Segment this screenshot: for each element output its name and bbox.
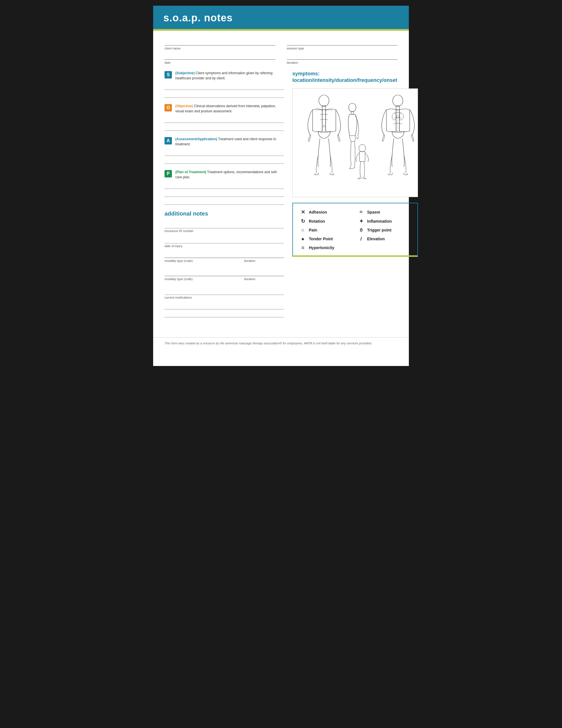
modality-right-1: duration — [244, 252, 284, 266]
modality-left-1: modality type (code) — [165, 252, 244, 266]
soap-a-keyword: (Assessment/Application) — [175, 137, 217, 141]
pain-symbol: ○ — [300, 227, 306, 233]
insurance-id-field: insurance ID number — [165, 222, 284, 233]
trigger-point-symbol: ϑ — [358, 227, 364, 233]
legend-box: ✕ Adhesion ≈ Spasm ↻ Rotation ✦ — [292, 203, 418, 257]
rotation-label: Rotation — [309, 219, 325, 224]
session-type-group: session type duration — [287, 39, 397, 68]
client-name-input[interactable] — [165, 39, 275, 45]
svg-rect-6 — [359, 152, 365, 162]
current-medications-input[interactable] — [165, 288, 284, 295]
date-of-injury-field: date of injury — [165, 237, 284, 248]
session-type-input[interactable] — [287, 39, 397, 45]
modality-row-1: modality type (code) duration — [165, 252, 284, 266]
modality-left-2: modality type (code) — [165, 270, 244, 284]
legend-hypertonicity: ≡ Hypertonicity — [300, 245, 352, 251]
modality-duration-input-2[interactable] — [244, 270, 284, 276]
modality-duration-input-1[interactable] — [244, 252, 284, 258]
modality-type-input-1[interactable] — [165, 252, 244, 258]
current-medications-field: current medications — [165, 288, 284, 299]
top-fields: client name date session type duration — [165, 39, 397, 68]
side-body-figure — [348, 103, 359, 169]
svg-point-5 — [359, 144, 366, 152]
soap-o-line-2[interactable] — [165, 125, 284, 131]
legend-pain: ○ Pain — [300, 227, 352, 233]
date-label: date — [165, 61, 275, 64]
soap-p-text: (Plan of Treatment) Treatment options, r… — [175, 169, 284, 180]
soap-s-line-1[interactable] — [165, 84, 284, 90]
legend-inflammation: ✦ Inflammation — [358, 218, 410, 224]
soap-s-line-2[interactable] — [165, 92, 284, 98]
hypertonicity-symbol: ≡ — [300, 245, 306, 251]
soap-a-lines — [165, 150, 284, 164]
soap-p-line-2[interactable] — [165, 191, 284, 197]
back-body-figure — [381, 95, 414, 175]
additional-notes-title: additional notes — [165, 210, 284, 217]
hypertonicity-label: Hypertonicity — [309, 245, 334, 250]
extra-line-2[interactable] — [165, 311, 284, 317]
legend-grid: ✕ Adhesion ≈ Spasm ↻ Rotation ✦ — [300, 209, 410, 251]
svg-point-2 — [323, 125, 325, 127]
extra-lines — [165, 303, 284, 317]
symptoms-heading-line1: symptoms: — [292, 71, 319, 76]
footer-text: This form was created as a resource by t… — [165, 342, 397, 345]
client-name-group: client name date — [165, 39, 275, 68]
left-column: S (Subjective) Client symptoms and infor… — [165, 71, 284, 323]
date-of-injury-input[interactable] — [165, 237, 284, 243]
rotation-symbol: ↻ — [300, 218, 306, 224]
inflammation-label: Inflammation — [367, 219, 392, 224]
legend-tender-point: ● Tender Point — [300, 236, 352, 242]
legend-spasm: ≈ Spasm — [358, 209, 410, 215]
inflammation-symbol: ✦ — [358, 218, 364, 224]
soap-s-badge: S — [165, 71, 172, 78]
soap-a-text: (Assessment/Application) Treatment used … — [175, 137, 284, 147]
legend-trigger-point: ϑ Trigger point — [358, 227, 410, 233]
duration-label: duration — [287, 61, 397, 64]
svg-point-7 — [393, 95, 403, 106]
soap-o-line-1[interactable] — [165, 117, 284, 123]
duration-input[interactable] — [287, 53, 397, 60]
trigger-point-label: Trigger point — [367, 228, 391, 232]
soap-o-badge: O — [165, 104, 172, 111]
elevation-label: Elevation — [367, 237, 385, 241]
svg-point-0 — [319, 95, 329, 106]
two-col-layout: S (Subjective) Client symptoms and infor… — [165, 71, 397, 323]
insurance-id-input[interactable] — [165, 222, 284, 228]
symptoms-heading-line2: location/intensity/duration/frequency/on… — [292, 77, 397, 83]
modality-row-2: modality type (code) duration — [165, 270, 284, 284]
modality-duration-label-2: duration — [244, 277, 284, 281]
soap-p-line-3[interactable] — [165, 198, 284, 205]
spasm-label: Spasm — [367, 210, 380, 214]
body-diagram — [292, 88, 418, 197]
footer: This form was created as a resource by t… — [153, 337, 409, 349]
session-type-label: session type — [287, 47, 397, 50]
soap-a-line-1[interactable] — [165, 150, 284, 156]
tender-point-symbol: ● — [300, 236, 306, 242]
legend-rotation: ↻ Rotation — [300, 218, 352, 224]
legend-adhesion: ✕ Adhesion — [300, 209, 352, 215]
elevation-symbol: / — [358, 236, 364, 242]
soap-o-section: O (Objective) Clinical observations deri… — [165, 104, 284, 114]
date-input[interactable] — [165, 53, 275, 60]
insurance-id-label: insurance ID number — [165, 229, 284, 233]
soap-s-keyword: (Subjective) — [175, 71, 195, 75]
soap-a-line-2[interactable] — [165, 158, 284, 164]
soap-p-keyword: (Plan of Treatment) — [175, 170, 206, 174]
modality-type-input-2[interactable] — [165, 270, 244, 276]
soap-p-badge: P — [165, 170, 172, 177]
page: s.o.a.p. notes client name date session … — [153, 6, 409, 366]
soap-p-line-1[interactable] — [165, 183, 284, 189]
soap-s-text: (Subjective) Client symptoms and informa… — [175, 71, 284, 81]
front-body-figure — [308, 95, 340, 175]
client-name-label: client name — [165, 47, 275, 50]
extra-line-1[interactable] — [165, 303, 284, 309]
child-figure — [356, 144, 368, 179]
soap-p-lines — [165, 183, 284, 205]
header: s.o.a.p. notes — [153, 6, 409, 31]
body-content: client name date session type duration S… — [153, 31, 409, 329]
symptoms-heading: symptoms: location/intensity/duration/fr… — [292, 71, 418, 84]
modality-duration-label-1: duration — [244, 259, 284, 262]
right-column: symptoms: location/intensity/duration/fr… — [292, 71, 418, 323]
body-diagram-svg — [295, 92, 415, 194]
modality-type-label-2: modality type (code) — [165, 277, 244, 281]
